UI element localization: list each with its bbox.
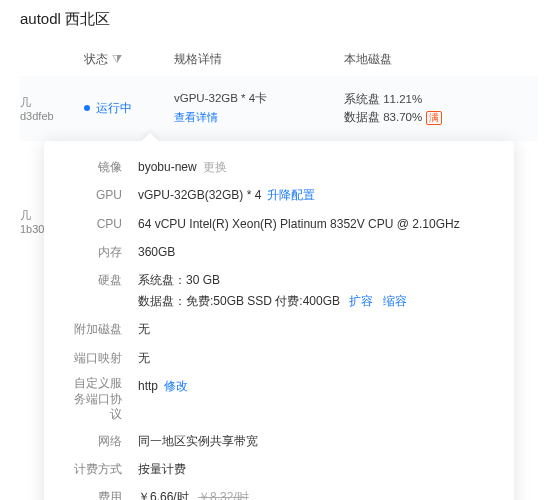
table-header: 状态⧩ 规格详情 本地磁盘 bbox=[20, 43, 538, 76]
expand-disk-link[interactable]: 扩容 bbox=[349, 294, 373, 308]
modify-proto-link[interactable]: 修改 bbox=[164, 379, 188, 393]
port-map-value: 无 bbox=[138, 348, 492, 368]
billing-value: 按量计费 bbox=[138, 459, 492, 479]
spec-text: vGPU-32GB * 4卡 bbox=[174, 91, 344, 106]
extra-disk-value: 无 bbox=[138, 319, 492, 339]
resize-gpu-link[interactable]: 升降配置 bbox=[267, 188, 315, 202]
filter-icon[interactable]: ⧩ bbox=[112, 52, 122, 66]
shrink-disk-link[interactable]: 缩容 bbox=[383, 294, 407, 308]
col-disk: 本地磁盘 bbox=[344, 51, 538, 68]
disk-sys-value: 系统盘：30 GB bbox=[138, 270, 492, 290]
fee-original: ￥8.32/时 bbox=[198, 490, 249, 500]
row2-id-fragment: 几 1b30 bbox=[0, 208, 44, 235]
status-text: 运行中 bbox=[96, 100, 132, 117]
mem-value: 360GB bbox=[138, 242, 492, 262]
col-spec: 规格详情 bbox=[174, 51, 344, 68]
net-value: 同一地区实例共享带宽 bbox=[138, 431, 492, 451]
disk-data-value: 数据盘：免费:50GB SSD 付费:400GB bbox=[138, 294, 340, 308]
col-status[interactable]: 状态⧩ bbox=[54, 51, 174, 68]
spec-detail-link[interactable]: 查看详情 bbox=[174, 110, 218, 125]
disk-sys: 系统盘 11.21% bbox=[344, 90, 538, 108]
disk-data: 数据盘 83.70% bbox=[344, 108, 422, 126]
instance-row[interactable]: 几 d3dfeb 运行中 vGPU-32GB * 4卡 查看详情 系统盘 11.… bbox=[20, 76, 538, 141]
row-id-fragment: 几 d3dfeb bbox=[20, 95, 54, 122]
status-dot-icon bbox=[84, 105, 90, 111]
spec-popover: 镜像 byobu-new更换 GPU vGPU-32GB(32GB) * 4升降… bbox=[44, 141, 514, 500]
fee-value: ￥6.66/时 bbox=[138, 490, 189, 500]
change-image-link[interactable]: 更换 bbox=[203, 160, 227, 174]
region-title: autodl 西北区 bbox=[20, 10, 538, 29]
cpu-value: 64 vCPU Intel(R) Xeon(R) Platinum 8352V … bbox=[138, 214, 492, 234]
disk-full-badge: 满 bbox=[426, 111, 442, 125]
